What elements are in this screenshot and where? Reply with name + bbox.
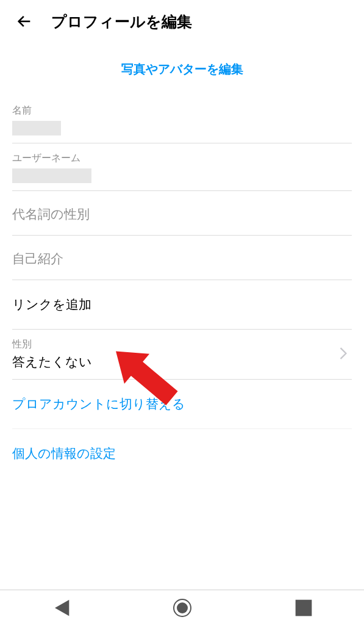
name-label: 名前 xyxy=(12,104,352,117)
personal-info-label: 個人の情報の設定 xyxy=(12,446,116,460)
back-button[interactable] xyxy=(12,9,37,34)
back-arrow-icon xyxy=(16,13,33,30)
username-field[interactable]: ユーザーネーム xyxy=(12,143,352,191)
nav-recents-button[interactable] xyxy=(291,596,316,620)
gender-field[interactable]: 性別 答えたくない xyxy=(12,330,352,380)
nav-back-button[interactable] xyxy=(49,596,73,620)
bio-field[interactable]: 自己紹介 xyxy=(12,236,352,280)
switch-to-pro-label: プロアカウントに切り替える xyxy=(12,397,185,411)
username-label: ユーザーネーム xyxy=(12,152,352,165)
name-field[interactable]: 名前 xyxy=(12,96,352,143)
nav-back-icon xyxy=(49,596,73,620)
edit-photo-link[interactable]: 写真やアバターを編集 xyxy=(121,62,243,76)
bio-label: 自己紹介 xyxy=(12,244,352,273)
nav-home-button[interactable] xyxy=(170,596,194,620)
gender-label: 性別 xyxy=(12,338,335,351)
add-link-row[interactable]: リンクを追加 xyxy=(12,280,352,330)
switch-to-pro-link[interactable]: プロアカウントに切り替える xyxy=(12,380,352,429)
nav-home-icon xyxy=(173,599,191,617)
gender-value: 答えたくない xyxy=(12,353,335,370)
svg-rect-3 xyxy=(295,599,312,616)
pronouns-field[interactable]: 代名詞の性別 xyxy=(12,191,352,236)
pronouns-label: 代名詞の性別 xyxy=(12,200,352,229)
svg-marker-2 xyxy=(55,599,69,616)
username-value-redacted xyxy=(12,168,91,183)
system-nav-bar xyxy=(0,590,364,625)
personal-info-link[interactable]: 個人の情報の設定 xyxy=(12,429,352,478)
add-link-label: リンクを追加 xyxy=(12,297,91,311)
page-title: プロフィールを編集 xyxy=(51,12,192,32)
nav-square-icon xyxy=(291,596,316,620)
chevron-right-icon xyxy=(335,347,352,362)
name-value-redacted xyxy=(12,121,61,135)
